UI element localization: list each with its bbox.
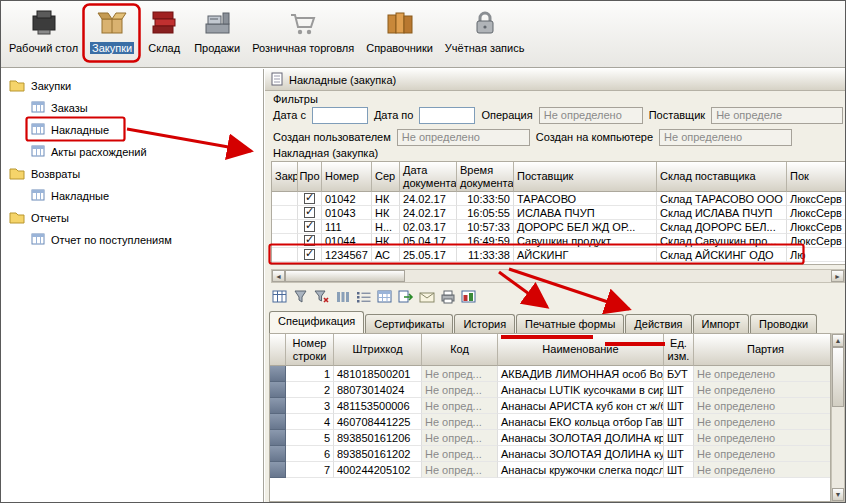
invoice-row-selected[interactable]: 1234567 АС 25.05.17 11:33:38 АЙСКИНГ Скл…: [272, 248, 845, 262]
spec-row[interactable]: 1 481018500201 Не опред... АКВАДИВ ЛИМОН…: [270, 366, 830, 382]
grid-icon[interactable]: [271, 288, 289, 306]
hscroll-thumb[interactable]: [285, 270, 405, 282]
row-selector[interactable]: [270, 446, 286, 462]
posted-checkbox[interactable]: [304, 207, 315, 218]
created-computer-select[interactable]: Не определено: [659, 129, 792, 146]
toolbar-item-directories[interactable]: Справочники: [362, 5, 437, 55]
tab-history[interactable]: История: [454, 314, 515, 333]
detail-tabs: Спецификация Сертификаты История Печатны…: [269, 311, 818, 333]
tab-postings[interactable]: Проводки: [750, 314, 817, 333]
report-icon[interactable]: [460, 288, 478, 306]
folder-icon: [9, 166, 25, 182]
column-header-doc-time[interactable]: Время документа: [457, 162, 514, 192]
column-header-closed[interactable]: Закр: [272, 162, 298, 192]
column-header-unit[interactable]: Ед. изм.: [664, 334, 694, 366]
column-header-posted[interactable]: Про: [298, 162, 322, 192]
spec-row[interactable]: 7 400244205102 Не опред... Ананасы кружо…: [270, 462, 830, 478]
sidebar-item-return-invoices[interactable]: Накладные: [1, 185, 263, 207]
supplier-select[interactable]: Не определе: [711, 107, 843, 124]
column-header-number[interactable]: Номер: [322, 162, 372, 192]
toolbar-item-sales[interactable]: Продажи: [190, 5, 244, 55]
print-icon[interactable]: [439, 288, 457, 306]
column-header-code[interactable]: Код: [422, 334, 498, 366]
application-window: Рабочий стол Закупки Склад Продажи Розни…: [0, 0, 846, 503]
column-header-supplier-warehouse[interactable]: Склад поставщика: [657, 162, 787, 192]
invoice-row[interactable]: 01043 НК 24.02.17 16:05:55 ИСЛАВА ПЧУП С…: [272, 206, 845, 220]
row-selector[interactable]: [270, 398, 286, 414]
tab-actions[interactable]: Действия: [625, 314, 691, 333]
sidebar-group-returns[interactable]: Возвраты: [1, 163, 263, 185]
row-selector[interactable]: [270, 462, 286, 478]
filters-title: Фильтры: [273, 93, 318, 105]
toolbar-item-label: Закупки: [90, 42, 134, 54]
date-from-input[interactable]: [312, 107, 368, 124]
spec-row[interactable]: 4 460708441225 Не опред... Ананасы ЕКО к…: [270, 414, 830, 430]
vscroll-thumb[interactable]: [832, 347, 844, 407]
cell-line-no: 2: [286, 382, 334, 398]
cell-series: НК: [372, 234, 400, 248]
row-selector[interactable]: [270, 414, 286, 430]
spec-row[interactable]: 6 893850161202 Не опред... Ананасы ЗОЛОТ…: [270, 446, 830, 462]
toolbar-item-purchases[interactable]: Закупки: [86, 5, 138, 55]
tab-certificates[interactable]: Сертификаты: [365, 314, 453, 333]
table-icon: [31, 232, 45, 248]
cell-unit: ШТ: [664, 382, 694, 398]
column-header-barcode[interactable]: Штрихкод: [334, 334, 422, 366]
created-user-select[interactable]: Не определено: [397, 129, 530, 146]
toolbar-item-account[interactable]: Учётная запись: [441, 5, 529, 55]
columns-icon[interactable]: [334, 288, 352, 306]
column-header-doc-date[interactable]: Дата документа: [400, 162, 457, 192]
toolbar-item-desktop[interactable]: Рабочий стол: [5, 5, 82, 55]
scroll-up-button[interactable]: ▲: [832, 334, 844, 347]
export-icon[interactable]: [397, 288, 415, 306]
spec-row[interactable]: 5 893850161206 Не опред... Ананасы ЗОЛОТ…: [270, 430, 830, 446]
cell-name: Ананасы кружочки слегка подсл...: [498, 462, 664, 478]
column-header-series[interactable]: Сер: [372, 162, 400, 192]
mail-icon[interactable]: [418, 288, 436, 306]
column-header-batch[interactable]: Партия: [694, 334, 831, 366]
numbered-list-icon[interactable]: [355, 288, 373, 306]
row-selector[interactable]: [270, 430, 286, 446]
column-header-name[interactable]: Наименование: [498, 334, 664, 366]
posted-checkbox[interactable]: [304, 235, 315, 246]
cell-batch: Не определено: [694, 366, 831, 382]
posted-checkbox[interactable]: [304, 193, 315, 204]
tab-import[interactable]: Импорт: [693, 314, 749, 333]
table-icon[interactable]: [376, 288, 394, 306]
invoice-row[interactable]: 01042 НК 24.02.17 10:33:50 ТАРАСОВО Скла…: [272, 192, 845, 206]
scroll-left-button[interactable]: ◄: [272, 270, 285, 282]
sidebar-item-orders[interactable]: Заказы: [1, 97, 263, 119]
created-user-label: Создан пользователем: [273, 131, 391, 143]
spec-row[interactable]: 2 88073014024 Не опред... Ананасы LUTIK …: [270, 382, 830, 398]
sidebar-item-receipts-report[interactable]: Отчет по поступлениям: [1, 229, 263, 251]
posted-checkbox[interactable]: [304, 221, 315, 232]
invoice-row[interactable]: 01044 НК 05.04.17 16:49:59 Савушкин прод…: [272, 234, 845, 248]
row-selector[interactable]: [270, 366, 286, 382]
sidebar-item-invoices[interactable]: Накладные: [1, 119, 263, 141]
column-header-supplier[interactable]: Поставщик: [514, 162, 657, 192]
sidebar-group-purchases[interactable]: Закупки: [1, 75, 263, 97]
filter-clear-icon[interactable]: [313, 288, 331, 306]
cell-line-no: 5: [286, 430, 334, 446]
filter-icon[interactable]: [292, 288, 310, 306]
tab-specification[interactable]: Спецификация: [269, 311, 364, 333]
operation-select[interactable]: Не определено: [539, 107, 643, 124]
row-selector[interactable]: [270, 382, 286, 398]
posted-checkbox[interactable]: [304, 249, 315, 260]
scroll-down-button[interactable]: ▼: [832, 488, 844, 501]
sidebar-group-reports[interactable]: Отчеты: [1, 207, 263, 229]
cell-code: Не опред...: [422, 366, 498, 382]
toolbar-item-warehouse[interactable]: Склад: [142, 5, 186, 55]
toolbar-item-retail[interactable]: Розничная торговля: [248, 5, 358, 55]
tab-print-forms[interactable]: Печатные формы: [516, 314, 624, 333]
column-header-line-no[interactable]: Номер строки: [286, 334, 334, 366]
toolbar-item-label: Розничная торговля: [252, 42, 354, 54]
date-to-input[interactable]: [419, 107, 475, 124]
column-header-buyer[interactable]: Пок: [787, 162, 845, 192]
invoice-row[interactable]: 111 Н... 02.03.17 10:57:33 ДОРОРС БЕЛ ЖД…: [272, 220, 845, 234]
cell-line-no: 7: [286, 462, 334, 478]
sidebar-item-discrepancy-acts[interactable]: Акты расхождений: [1, 141, 263, 163]
scroll-right-button[interactable]: ►: [831, 270, 844, 282]
date-from-label: Дата с: [273, 109, 306, 121]
spec-row[interactable]: 3 481153500006 Не опред... Ананасы АРИСТ…: [270, 398, 830, 414]
